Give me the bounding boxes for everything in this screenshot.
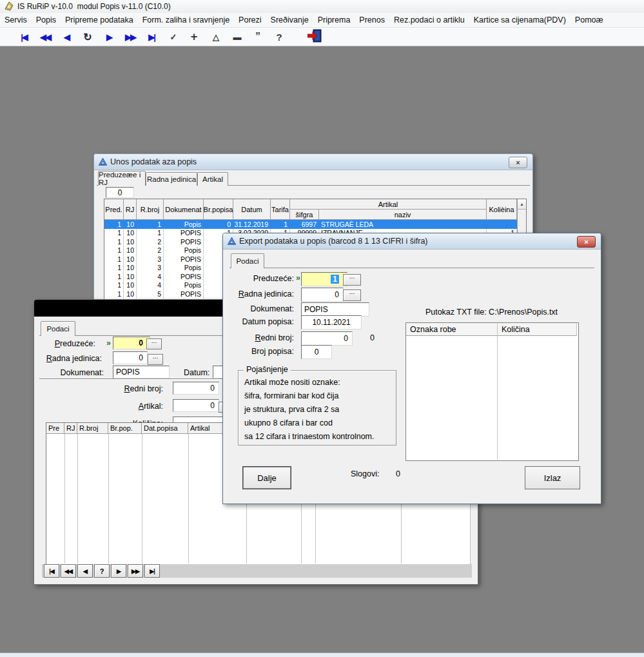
entry-artikal-input[interactable]: 0 — [173, 399, 219, 412]
popis-cell: 10 — [124, 220, 137, 229]
entry-radna-input[interactable]: 0 — [113, 351, 148, 364]
popis-cell: 1 — [137, 220, 164, 229]
tab-artikal-label: Artikal — [202, 175, 223, 183]
navigator-help-button[interactable]: ? — [94, 564, 110, 578]
col-pred: Pred. — [104, 199, 124, 220]
last-record-icon[interactable]: ▶| — [142, 32, 161, 42]
menu-item-priprema[interactable]: Priprema — [313, 13, 355, 27]
menu-item-pripreme-podataka[interactable]: Pripreme podataka — [61, 13, 138, 27]
navigator-fast-prev-button[interactable]: ◀◀ — [61, 564, 76, 578]
export-preduzece-chevron: » — [296, 273, 300, 282]
app-titlebar[interactable]: IS RuRiP v-10.0 modul Popis v-11.0 (C10.… — [0, 0, 644, 13]
navigator-next-button[interactable]: ▶ — [111, 564, 126, 578]
delete-icon[interactable]: ▬ — [227, 32, 246, 42]
entry-col-r-broj: R.broj — [77, 423, 108, 434]
listview-col-kolicina[interactable]: Količina — [498, 323, 577, 336]
menu-item-sre-ivanje[interactable]: Sreðivanje — [266, 13, 313, 27]
export-datum-input[interactable]: 10.11.2021 — [301, 315, 362, 329]
taskbar-strip — [0, 652, 644, 657]
col-artikal: Artikal — [290, 199, 487, 210]
popis-filter-input[interactable]: 0 — [106, 187, 134, 198]
popis-cell: POPIS — [164, 272, 204, 281]
popis-window-titlebar[interactable]: Unos podatak aza popis × — [94, 154, 532, 170]
add-icon[interactable]: + — [184, 30, 204, 44]
entry-navigator: |◀◀◀◀?▶▶▶▶| — [42, 564, 472, 578]
entry-preduzece-label: Preduzeće: — [34, 339, 95, 348]
confirm-icon[interactable]: ✓ — [163, 32, 182, 42]
popis-cell: 10 — [124, 281, 137, 290]
menu-item-popis[interactable]: Popis — [32, 13, 61, 27]
entry-grid-column-body — [77, 434, 109, 564]
listview-col-oznaka[interactable]: Oznaka robe — [406, 323, 498, 336]
export-dialog-close-button[interactable]: × — [577, 236, 596, 248]
popis-cell: 2 — [137, 246, 164, 255]
pojasnjenje-groupbox: Pojašnjenje Artikal može nositi oznake: … — [238, 370, 396, 446]
popis-cell: 10 — [124, 272, 137, 281]
menu-item-form-zaliha-i-sravnjenje[interactable]: Form. zaliha i sravnjenje — [138, 13, 234, 27]
edit-icon[interactable]: △ — [206, 32, 225, 42]
refresh-icon[interactable]: ↻ — [78, 31, 97, 43]
menu-item-rez-podaci-o-artiklu[interactable]: Rez.podaci o artiklu — [389, 13, 469, 27]
menu-item-prenos[interactable]: Prenos — [355, 13, 389, 27]
fast-next-icon[interactable]: ▶▶ — [121, 32, 140, 42]
export-broj-input[interactable]: 0 — [301, 345, 332, 359]
entry-preduzece-browse-button[interactable]: ... — [146, 338, 162, 349]
popis-cell: 10 — [124, 237, 137, 246]
export-dokumenat-label: Dokumenat: — [223, 304, 294, 313]
pojasnjenje-legend: Pojašnjenje — [244, 365, 291, 374]
export-preduzece-label: Preduzeće: — [223, 274, 294, 283]
menu-item-kartice-sa-cijenama-pdv[interactable]: Kartice sa cijenama(PDV) — [469, 13, 571, 27]
tab-artikal[interactable]: Artikal — [197, 172, 228, 186]
entry-grid-column-body — [46, 434, 65, 564]
popis-window-close-button[interactable]: × — [509, 157, 527, 168]
popis-grid-row-1[interactable]: 1101Popis031.12.201916997STRUGAÈ LEDA — [104, 220, 517, 229]
menu-item-porezi[interactable]: Porezi — [234, 13, 266, 27]
first-record-icon[interactable]: |◀ — [14, 32, 34, 42]
popis-cell: 10 — [124, 289, 137, 299]
export-redni-input[interactable]: 0 — [301, 331, 353, 346]
menu-item-servis[interactable]: Servis — [0, 13, 32, 27]
quotes-icon[interactable]: ” — [248, 31, 268, 43]
exit-button[interactable] — [306, 29, 325, 44]
prev-icon[interactable]: ◀ — [57, 32, 76, 42]
scroll-up-icon[interactable]: ▲ — [518, 199, 526, 210]
menu-item-pomo[interactable]: Pomoæ — [571, 13, 608, 27]
export-dialog-icon — [228, 237, 236, 245]
popis-cell: 10 — [124, 229, 137, 238]
export-dokumenat-input[interactable]: POPIS — [301, 302, 369, 317]
next-icon[interactable]: ▶ — [99, 32, 119, 42]
export-preduzece-input[interactable]: 1 — [301, 272, 347, 286]
putokaz-label: Putokaz TXT file: C:\Prenos\Popis.txt — [405, 308, 578, 317]
entry-redni-label: Redni broj: — [73, 384, 163, 393]
izlaz-button[interactable]: Izlaz — [525, 466, 580, 489]
navigator-prev-button[interactable]: ◀ — [77, 564, 93, 578]
export-radna-label: Radna jedinica: — [223, 289, 294, 299]
popis-cell: 10 — [124, 255, 137, 264]
navigator-fast-next-button[interactable]: ▶▶ — [128, 564, 143, 578]
popis-cell: 1 — [104, 264, 124, 273]
fast-prev-icon[interactable]: ◀◀ — [35, 32, 55, 42]
col-datum: Datum — [233, 199, 271, 220]
export-preduzece-browse-button[interactable]: ... — [343, 274, 361, 286]
dalje-button[interactable]: Dalje — [242, 466, 291, 489]
help-icon[interactable]: ? — [269, 32, 289, 43]
entry-redni-input[interactable]: 0 — [173, 382, 219, 395]
popis-cell: 0 — [204, 220, 233, 229]
entry-radna-browse-button[interactable]: ... — [148, 354, 163, 365]
navigator-first-button[interactable]: |◀ — [44, 564, 59, 578]
tab-preduzece-i-rj[interactable]: Preduzeæe i RJ — [98, 171, 146, 186]
export-tab-podaci[interactable]: Podaci — [231, 253, 264, 268]
tab-radna-jedinica[interactable]: Radna jedinica — [146, 172, 197, 186]
export-dialog-titlebar[interactable]: Export podataka u popis (barcod 8 1 13 C… — [223, 233, 601, 250]
entry-tab-podaci[interactable]: Podaci — [41, 321, 75, 336]
entry-grid-column-body — [64, 434, 78, 564]
entry-preduzece-input[interactable]: 0 — [113, 337, 150, 349]
entry-dokumenat-input[interactable]: POPIS — [113, 366, 170, 378]
popis-cell: 1 — [104, 237, 124, 246]
navigator-last-button[interactable]: ▶| — [144, 564, 160, 578]
export-radna-input[interactable]: 0 — [301, 288, 344, 302]
export-radna-browse-button[interactable]: ... — [343, 289, 361, 301]
exit-door-icon — [307, 29, 323, 43]
popis-cell: 1 — [271, 220, 290, 229]
tab-preduzece-label: Preduzeæe i RJ — [99, 171, 145, 186]
